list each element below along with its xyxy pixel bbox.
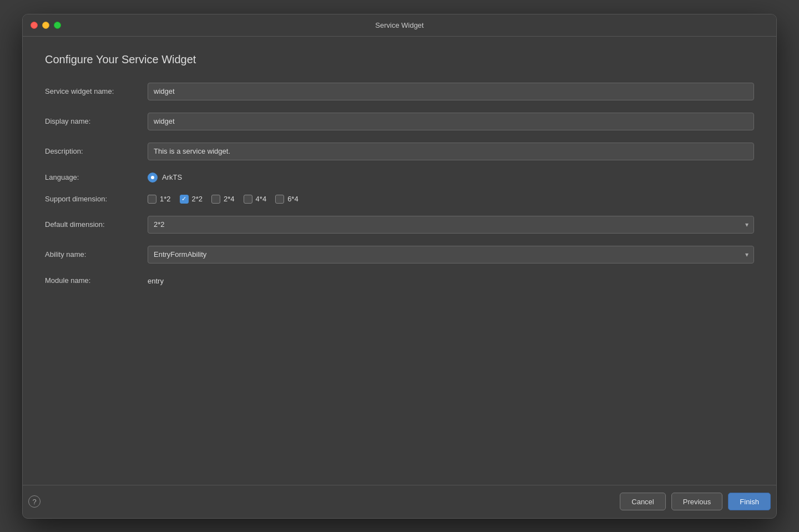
language-label: Language:: [45, 173, 148, 181]
service-widget-name-control: [148, 83, 754, 100]
default-dimension-label: Default dimension:: [45, 220, 148, 229]
description-label: Description:: [45, 147, 148, 155]
radio-inner: [151, 176, 154, 179]
default-dimension-row: Default dimension: 1*2 2*2 2*4 4*4 6*4 ▾: [45, 216, 754, 234]
minimize-button[interactable]: [42, 22, 49, 29]
help-icon[interactable]: ?: [28, 495, 41, 508]
close-button[interactable]: [31, 22, 38, 29]
traffic-lights: [31, 22, 61, 29]
module-name-label: Module name:: [45, 276, 148, 285]
form-area: Service widget name: Display name: Descr…: [45, 83, 754, 474]
dim-1x2-label: 1*2: [160, 195, 171, 203]
service-widget-name-row: Service widget name:: [45, 83, 754, 100]
language-control: ArkTS: [148, 173, 754, 183]
dim-1x2-item: 1*2: [148, 195, 171, 204]
dim-4x4-item: 4*4: [244, 195, 267, 204]
dim-2x2-item: ✓ 2*2: [180, 195, 203, 204]
service-widget-name-label: Service widget name:: [45, 87, 148, 95]
service-widget-name-input[interactable]: [148, 83, 754, 100]
maximize-button[interactable]: [54, 22, 61, 29]
cancel-button[interactable]: Cancel: [620, 493, 665, 510]
dim-2x4-label: 2*4: [224, 195, 235, 203]
ability-name-select-wrapper: EntryFormAbility ▾: [148, 246, 754, 264]
previous-button[interactable]: Previous: [671, 493, 723, 510]
footer-right: Cancel Previous Finish: [620, 493, 771, 510]
arkts-radio[interactable]: [148, 173, 158, 183]
dim-6x4-checkbox[interactable]: [275, 195, 284, 204]
module-name-row: Module name: entry: [45, 276, 754, 286]
main-window: Service Widget Configure Your Service Wi…: [22, 14, 777, 519]
module-name-value: entry: [148, 277, 164, 285]
support-dimension-label: Support dimension:: [45, 195, 148, 203]
dim-1x2-checkbox[interactable]: [148, 195, 156, 204]
default-dimension-select[interactable]: 1*2 2*2 2*4 4*4 6*4: [148, 216, 754, 234]
dim-6x4-item: 6*4: [275, 195, 299, 204]
page-title: Configure Your Service Widget: [45, 53, 754, 66]
display-name-row: Display name:: [45, 113, 754, 130]
finish-button[interactable]: Finish: [728, 493, 771, 510]
window-title: Service Widget: [375, 21, 423, 29]
description-control: [148, 143, 754, 160]
default-dimension-control: 1*2 2*2 2*4 4*4 6*4 ▾: [148, 216, 754, 234]
arkts-label: ArkTS: [162, 173, 182, 181]
ability-name-control: EntryFormAbility ▾: [148, 246, 754, 264]
description-input[interactable]: [148, 143, 754, 160]
content-area: Configure Your Service Widget Service wi…: [23, 37, 776, 485]
display-name-control: [148, 113, 754, 130]
titlebar: Service Widget: [23, 14, 776, 37]
dim-2x2-label: 2*2: [192, 195, 203, 203]
dim-6x4-label: 6*4: [287, 195, 299, 203]
dim-2x4-checkbox[interactable]: [211, 195, 220, 204]
support-dimension-row: Support dimension: 1*2 ✓ 2: [45, 195, 754, 204]
display-name-input[interactable]: [148, 113, 754, 130]
language-radio-group: ArkTS: [148, 173, 754, 183]
dim-4x4-checkbox[interactable]: [244, 195, 252, 204]
module-name-control: entry: [148, 276, 754, 286]
support-dimension-control: 1*2 ✓ 2*2 2*4: [148, 195, 754, 204]
footer: ? Cancel Previous Finish: [23, 485, 776, 518]
language-row: Language: ArkTS: [45, 173, 754, 183]
dim-2x2-checkbox[interactable]: ✓: [180, 195, 189, 204]
dimension-checkbox-group: 1*2 ✓ 2*2 2*4: [148, 195, 754, 204]
footer-left: ?: [28, 495, 41, 508]
ability-name-select[interactable]: EntryFormAbility: [148, 246, 754, 264]
check-icon: ✓: [181, 196, 186, 202]
dim-2x4-item: 2*4: [211, 195, 235, 204]
ability-name-label: Ability name:: [45, 250, 148, 259]
dim-4x4-label: 4*4: [256, 195, 267, 203]
display-name-label: Display name:: [45, 117, 148, 125]
ability-name-row: Ability name: EntryFormAbility ▾: [45, 246, 754, 264]
description-row: Description:: [45, 143, 754, 160]
default-dimension-select-wrapper: 1*2 2*2 2*4 4*4 6*4 ▾: [148, 216, 754, 234]
